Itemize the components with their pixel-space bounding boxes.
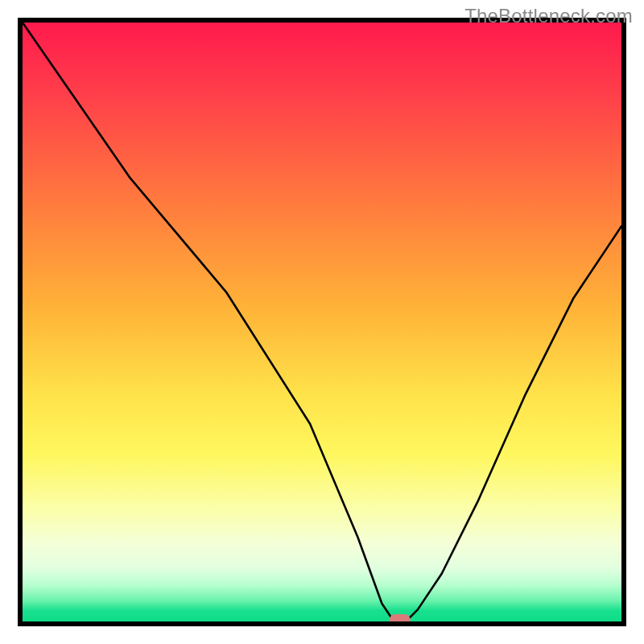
plot-area [23, 23, 621, 626]
chart-svg [0, 0, 644, 644]
watermark-text: TheBottleneck.com [464, 5, 633, 27]
svg-rect-0 [23, 23, 621, 621]
bottleneck-chart: TheBottleneck.com [0, 0, 644, 644]
